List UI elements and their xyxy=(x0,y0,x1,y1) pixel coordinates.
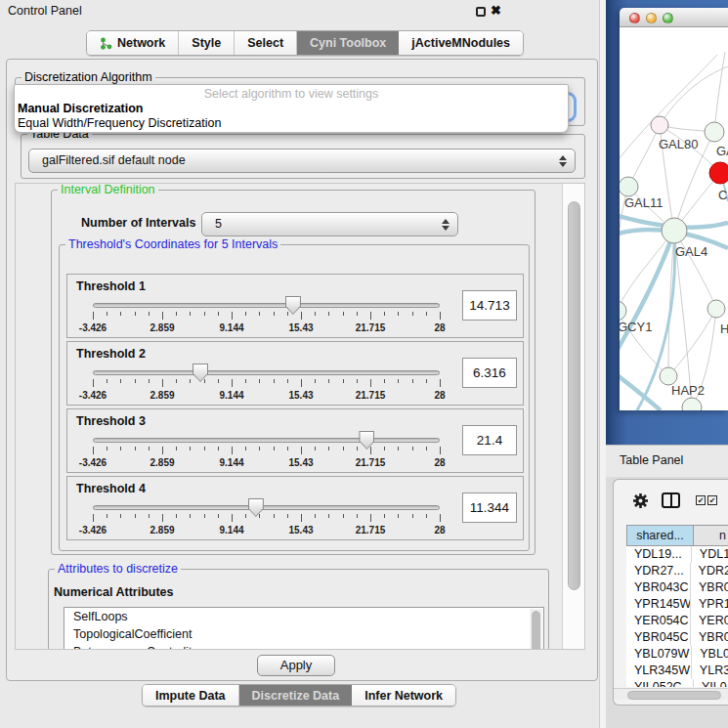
right-node[interactable] xyxy=(707,300,725,318)
tab-network[interactable]: Network xyxy=(87,31,179,55)
slider-track[interactable] xyxy=(93,438,440,443)
gal11-node[interactable] xyxy=(620,177,638,196)
list-scrollbar[interactable] xyxy=(530,609,542,650)
tick-label: 21.715 xyxy=(356,322,386,333)
table-cell[interactable]: YER054C xyxy=(626,613,691,629)
tab-discretize-data[interactable]: Discretize Data xyxy=(239,685,353,706)
gal4-node[interactable] xyxy=(662,218,687,243)
list-item[interactable]: TopologicalCoefficient xyxy=(64,625,543,643)
table-header: shared...n xyxy=(626,525,728,546)
tab-impute-data[interactable]: Impute Data xyxy=(143,685,239,706)
threshold-value-field[interactable]: 11.344 xyxy=(462,492,517,523)
threshold-value-field[interactable]: 14.713 xyxy=(462,290,517,321)
scrollbar-thumb[interactable] xyxy=(627,691,721,700)
group-title: Discretization Algorithm xyxy=(21,70,155,84)
network-edge[interactable] xyxy=(628,125,660,187)
tab-jactivemnodules[interactable]: jActiveMNodules xyxy=(399,31,523,55)
close-icon[interactable]: ✖ xyxy=(491,3,501,18)
table-row[interactable]: YPR145WYPR1 xyxy=(626,596,728,613)
mac-minimize-button[interactable] xyxy=(646,13,657,23)
table-cell[interactable]: YLR345W xyxy=(626,663,692,679)
minor-tick xyxy=(259,379,260,383)
network-view-window[interactable]: GAL80GACGAL11GAL4GCY1HHAP2 xyxy=(620,8,728,410)
gear-icon[interactable] xyxy=(632,492,649,509)
minor-tick xyxy=(218,312,219,316)
threshold-label: Threshold 3 xyxy=(76,414,146,428)
popup-item[interactable]: Equal Width/Frequency Discretization xyxy=(15,116,568,131)
table-cell[interactable]: YDL1 xyxy=(692,546,728,563)
table-data-combobox[interactable]: galFiltered.sif default node xyxy=(28,149,576,173)
table-cell[interactable]: YPR1 xyxy=(691,596,728,613)
threshold-value-field[interactable]: 21.4 xyxy=(462,425,517,455)
checkbox-icon[interactable]: ✔ xyxy=(696,495,706,505)
table-cell[interactable]: YDR27... xyxy=(626,563,691,579)
table-row[interactable]: YBL079WYBL0 xyxy=(626,646,728,663)
number-of-intervals-combobox[interactable]: 5 xyxy=(201,212,458,236)
slider-thumb[interactable] xyxy=(359,431,374,450)
network-edge[interactable] xyxy=(660,66,728,125)
network-edge[interactable] xyxy=(668,309,716,376)
table-row[interactable]: YER054CYER0 xyxy=(626,613,728,629)
slider-track[interactable] xyxy=(93,303,440,308)
tab-cyni-toolbox[interactable]: Cyni Toolbox xyxy=(297,31,399,55)
table-cell[interactable]: YBL0 xyxy=(692,646,728,663)
split-pane-divider[interactable] xyxy=(599,0,606,728)
mac-close-button[interactable] xyxy=(629,13,640,23)
threshold-slider[interactable]: -3.4262.8599.14415.4321.71528 xyxy=(93,431,440,472)
network-window-titlebar[interactable] xyxy=(620,8,728,27)
table-cell[interactable]: YDR2 xyxy=(691,563,728,579)
table-cell[interactable]: YBL079W xyxy=(626,646,692,663)
network-canvas[interactable]: GAL80GACGAL11GAL4GCY1HHAP2 xyxy=(620,27,728,410)
minor-tick xyxy=(176,379,177,383)
table-row[interactable]: YBR045CYBR0 xyxy=(626,629,728,646)
list-item[interactable]: BetweennessCentrality xyxy=(64,643,543,650)
table-cell[interactable]: YBR043C xyxy=(626,579,691,596)
slider-thumb[interactable] xyxy=(193,364,208,382)
network-edge[interactable] xyxy=(714,52,725,132)
scrollbar-thumb[interactable] xyxy=(568,201,580,590)
tab-select[interactable]: Select xyxy=(235,31,297,55)
vertical-scrollbar[interactable] xyxy=(562,184,585,650)
table-cell[interactable]: YDL19... xyxy=(626,546,692,563)
show-columns-icon[interactable] xyxy=(662,492,680,508)
tab-infer-network[interactable]: Infer Network xyxy=(352,685,455,706)
slider-track[interactable] xyxy=(93,370,440,375)
minor-tick xyxy=(120,447,121,450)
column-header[interactable]: n xyxy=(694,525,728,546)
table-row[interactable]: YLR345WYLR3 xyxy=(626,663,728,679)
popup-item[interactable]: Manual Discretization xyxy=(15,102,568,116)
list-item[interactable]: SelfLoops xyxy=(64,608,543,625)
table-row[interactable]: YDR27...YDR2 xyxy=(626,563,728,579)
gal80-node[interactable] xyxy=(651,116,668,134)
gcy1-node[interactable] xyxy=(620,301,626,321)
threshold-slider[interactable]: -3.4262.8599.14415.4321.71528 xyxy=(93,498,440,539)
table-row[interactable]: YBR043CYBR0 xyxy=(626,579,728,596)
table-row[interactable]: YDL19...YDL1 xyxy=(626,546,728,563)
minor-tick xyxy=(426,379,427,383)
apply-button[interactable]: Apply xyxy=(257,655,335,676)
column-header[interactable]: shared... xyxy=(626,525,694,546)
slider-track[interactable] xyxy=(93,505,440,510)
table-row[interactable]: YIL052CYIL0 xyxy=(626,679,728,687)
checkbox-icon[interactable]: ✔ xyxy=(707,495,717,505)
mac-zoom-button[interactable] xyxy=(663,13,673,23)
selected-node[interactable] xyxy=(709,162,728,184)
scrollbar-thumb[interactable] xyxy=(532,611,540,650)
table-cell[interactable]: YBR045C xyxy=(626,629,691,646)
horizontal-scrollbar[interactable] xyxy=(614,688,728,700)
top-right-node[interactable] xyxy=(705,122,724,142)
float-window-icon[interactable] xyxy=(476,7,486,17)
table-cell[interactable]: YPR145W xyxy=(626,596,691,613)
threshold-slider[interactable]: -3.4262.8599.14415.4321.71528 xyxy=(93,364,440,405)
table-cell[interactable]: YBR0 xyxy=(691,579,728,596)
threshold-slider[interactable]: -3.4262.8599.14415.4321.71528 xyxy=(93,296,440,337)
table-cell[interactable]: YIL0 xyxy=(694,679,727,687)
table-cell[interactable]: YER0 xyxy=(691,613,728,629)
tab-style[interactable]: Style xyxy=(179,31,235,55)
bottom-node[interactable] xyxy=(682,398,702,410)
table-cell[interactable]: YBR0 xyxy=(691,629,728,646)
table-cell[interactable]: YLR3 xyxy=(692,663,728,679)
slider-thumb[interactable] xyxy=(248,498,264,517)
threshold-value-field[interactable]: 6.316 xyxy=(462,358,517,388)
table-cell[interactable]: YIL052C xyxy=(626,679,694,687)
